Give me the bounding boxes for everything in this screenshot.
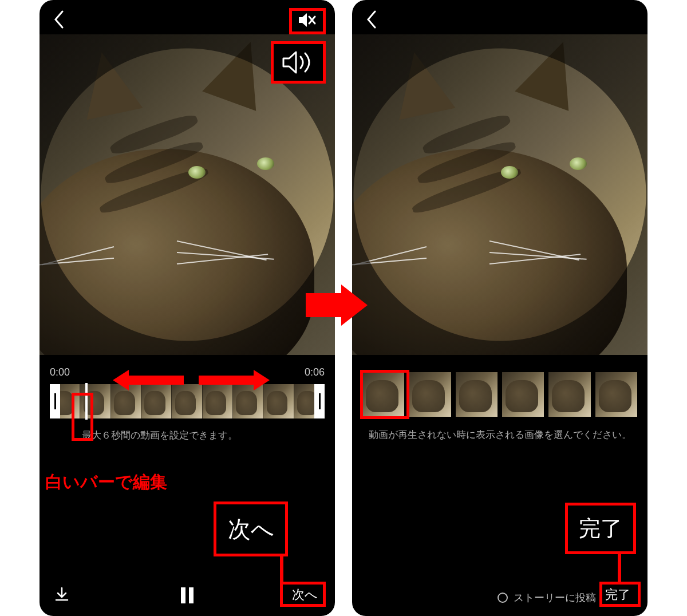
annotation-done-box [599, 582, 641, 607]
cover-thumb[interactable] [456, 372, 498, 417]
cover-hint: 動画が再生されない時に表示される画像を選んでください。 [352, 428, 647, 441]
annotation-whitebar-box [72, 393, 93, 441]
trim-handle-left[interactable] [50, 384, 60, 418]
time-start: 0:00 [50, 366, 70, 378]
annotation-flow-arrow [306, 279, 369, 331]
annotation-selected-thumb [360, 370, 409, 419]
screen-cover-select: 動画が再生されない時に表示される画像を選んでください。 ストーリーに投稿 完了 … [352, 0, 647, 616]
story-post-option[interactable]: ストーリーに投稿 [498, 591, 596, 605]
circular-crop-overlay [352, 34, 647, 355]
annotation-arrow-left-body [129, 376, 184, 385]
annotation-arrow-right-body [199, 376, 254, 385]
frame-thumb [141, 384, 172, 418]
screen-trim: 0:00 0:06 最大６秒間の動画を設定できます。 次へ [40, 0, 335, 616]
back-icon[interactable] [365, 10, 378, 31]
annotation-next-box [280, 582, 326, 607]
annotation-connector [280, 556, 283, 582]
frame-thumb [203, 384, 233, 418]
annotation-mute-box [289, 8, 326, 34]
annotation-arrow-right [254, 370, 270, 390]
download-icon[interactable] [53, 586, 70, 606]
radio-unchecked-icon[interactable] [498, 593, 508, 603]
annotation-next-callout: 次へ [214, 502, 288, 556]
trim-handle-right[interactable] [314, 384, 325, 418]
cover-thumb[interactable] [502, 372, 544, 417]
cover-thumb[interactable] [595, 372, 637, 417]
annotation-sound-on-callout [271, 41, 326, 84]
cover-thumb[interactable] [548, 372, 590, 417]
annotation-done-callout: 完了 [565, 503, 636, 554]
annotation-arrow-left [113, 370, 129, 390]
frame-thumb [172, 384, 202, 418]
svg-rect-1 [189, 587, 194, 603]
video-preview [352, 34, 647, 355]
back-icon[interactable] [52, 10, 66, 31]
trim-hint: 最大６秒間の動画を設定できます。 [82, 429, 325, 442]
svg-rect-0 [181, 587, 185, 603]
story-post-label: ストーリーに投稿 [514, 591, 596, 605]
topbar [352, 0, 647, 34]
pause-icon[interactable] [180, 586, 195, 607]
cover-thumb[interactable] [409, 372, 451, 417]
time-end: 0:06 [305, 366, 325, 378]
annotation-whitebar-label: 白いバーで編集 [45, 471, 167, 494]
annotation-connector [618, 554, 621, 582]
